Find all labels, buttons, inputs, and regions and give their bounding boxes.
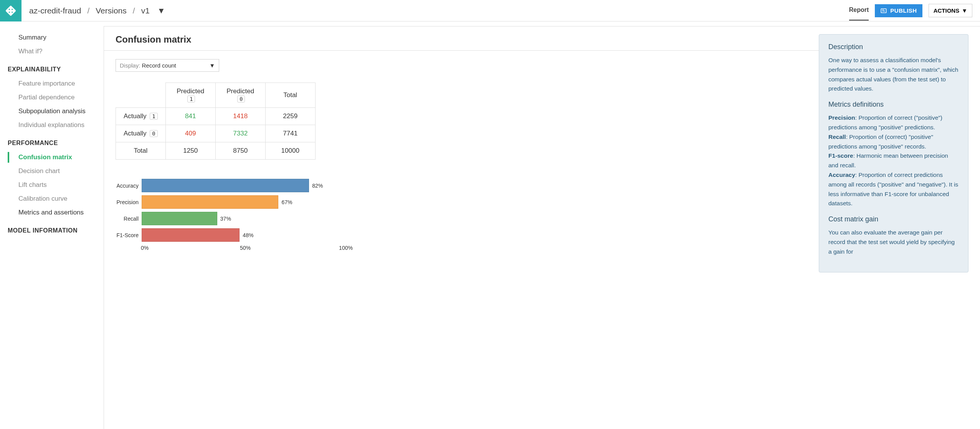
bar-value: 48% (243, 232, 253, 238)
cell-tn: 7332 (215, 125, 265, 142)
app-logo[interactable] (0, 0, 21, 21)
sidebar-item-metrics-and-assertions[interactable]: Metrics and assertions (0, 206, 104, 219)
row-actually-1: Actually 1 (116, 108, 166, 125)
bar-row-accuracy: Accuracy82% (116, 179, 346, 192)
sidebar-heading: EXPLAINABILITY (0, 58, 104, 77)
metrics-def-heading: Metrics definitions (828, 101, 959, 109)
row-actually-0: Actually 0 (116, 125, 166, 142)
description-heading: Description (828, 43, 959, 51)
sidebar-item-summary[interactable]: Summary (0, 31, 104, 45)
cost-matrix-heading: Cost matrix gain (828, 215, 959, 223)
actions-button[interactable]: ACTIONS ▼ (929, 4, 972, 17)
bar-value: 67% (281, 199, 292, 205)
description-text: One way to assess a classification model… (828, 56, 959, 94)
svg-point-3 (9, 12, 10, 13)
sidebar-item-what-if-[interactable]: What if? (0, 45, 104, 58)
cost-matrix-text: You can also evaluate the average gain p… (828, 228, 959, 256)
bar-row-f1-score: F1-Score48% (116, 228, 346, 242)
bar-value: 82% (312, 183, 323, 189)
sidebar-item-feature-importance[interactable]: Feature importance (0, 77, 104, 91)
bar-row-precision: Precision67% (116, 195, 346, 209)
display-select[interactable]: Display: Record count ▼ (116, 59, 219, 72)
sidebar-item-lift-charts[interactable]: Lift charts (0, 178, 104, 192)
svg-rect-0 (5, 5, 16, 16)
publish-button[interactable]: PUBLISH (875, 4, 922, 17)
cell-pred0-total: 8750 (215, 142, 265, 160)
header: az-credit-fraud / Versions / v1 ▼ Report… (0, 0, 980, 21)
breadcrumb: az-credit-fraud / Versions / v1 ▼ (29, 6, 165, 15)
main-content: Confusion matrix Display: Record count ▼… (104, 26, 980, 429)
breadcrumb-versions[interactable]: Versions (96, 6, 127, 15)
actions-label: ACTIONS (934, 7, 960, 14)
col-total: Total (265, 83, 315, 108)
version-dropdown-icon[interactable]: ▼ (157, 6, 165, 15)
metric-definition: F1-score: Harmonic mean between precisio… (828, 151, 959, 170)
cell-grand-total: 10000 (265, 142, 315, 160)
svg-point-2 (12, 8, 13, 10)
bar-label: F1-Score (116, 232, 142, 238)
breadcrumb-version[interactable]: v1 (141, 6, 150, 15)
metrics-bar-chart: Accuracy82%Precision67%Recall37%F1-Score… (116, 179, 346, 252)
axis-tick: 100% (339, 245, 353, 251)
breadcrumb-separator: / (133, 6, 135, 15)
cell-fn: 1418 (215, 108, 265, 125)
svg-point-4 (12, 12, 13, 13)
cell-actual0-total: 7741 (265, 125, 315, 142)
axis-tick: 50% (240, 245, 251, 251)
chart-x-axis: 0% 50% 100% (145, 245, 346, 252)
chevron-down-icon: ▼ (209, 62, 215, 69)
header-actions: Report PUBLISH ACTIONS ▼ (849, 0, 972, 21)
sidebar-heading: MODEL INFORMATION (0, 219, 104, 238)
metric-definition: Recall: Proportion of (correct) "positiv… (828, 132, 959, 152)
breadcrumb-separator: / (87, 6, 89, 15)
report-tab[interactable]: Report (849, 0, 869, 21)
bar-label: Accuracy (116, 183, 142, 189)
cell-pred1-total: 1250 (165, 142, 215, 160)
table-row: Total 1250 8750 10000 (116, 142, 316, 160)
info-panel: Description One way to assess a classifi… (819, 34, 968, 272)
bar-fill (142, 212, 217, 225)
sidebar: SummaryWhat if? EXPLAINABILITYFeature im… (0, 21, 104, 429)
publish-label: PUBLISH (890, 7, 917, 14)
bar-row-recall: Recall37% (116, 212, 346, 225)
cell-tp: 841 (165, 108, 215, 125)
sidebar-item-partial-dependence[interactable]: Partial dependence (0, 91, 104, 104)
bar-value: 37% (220, 216, 231, 222)
svg-point-1 (9, 8, 10, 10)
cell-actual1-total: 2259 (265, 108, 315, 125)
bar-fill (142, 195, 278, 209)
row-total: Total (116, 142, 166, 160)
sidebar-item-calibration-curve[interactable]: Calibration curve (0, 192, 104, 206)
sidebar-item-decision-chart[interactable]: Decision chart (0, 164, 104, 178)
logo-icon (5, 5, 17, 16)
page-title: Confusion matrix (116, 34, 807, 45)
table-row: Actually 1 841 1418 2259 (116, 108, 316, 125)
chevron-down-icon: ▼ (962, 7, 967, 14)
col-predicted-0: Predicted0 (215, 83, 265, 108)
axis-tick: 0% (141, 245, 149, 251)
display-label: Display: (120, 62, 140, 69)
breadcrumb-project[interactable]: az-credit-fraud (29, 6, 81, 15)
sidebar-item-individual-explanations[interactable]: Individual explanations (0, 118, 104, 132)
metric-definition: Precision: Proportion of correct ("posit… (828, 113, 959, 132)
table-row: Actually 0 409 7332 7741 (116, 125, 316, 142)
bar-fill (142, 179, 309, 192)
sidebar-heading: PERFORMANCE (0, 132, 104, 150)
bar-label: Recall (116, 216, 142, 222)
confusion-matrix-table: Predicted1 Predicted0 Total Actually 1 8… (116, 82, 316, 160)
bar-fill (142, 228, 240, 242)
bar-label: Precision (116, 199, 142, 205)
sidebar-item-confusion-matrix[interactable]: Confusion matrix (0, 150, 104, 164)
cell-fp: 409 (165, 125, 215, 142)
publish-icon (880, 7, 887, 14)
col-predicted-1: Predicted1 (165, 83, 215, 108)
sidebar-item-subpopulation-analysis[interactable]: Subpopulation analysis (0, 104, 104, 118)
metric-definition: Accuracy: Proportion of correct predicti… (828, 170, 959, 208)
